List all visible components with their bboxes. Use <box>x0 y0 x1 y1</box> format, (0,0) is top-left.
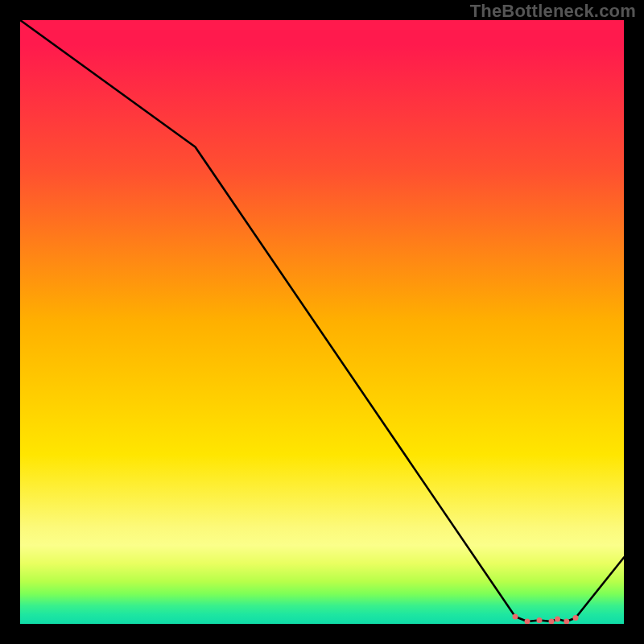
marker-point <box>549 619 555 625</box>
plot-area <box>20 20 624 624</box>
chart-stage: TheBottleneck.com <box>0 0 644 644</box>
marker-point <box>537 617 543 623</box>
watermark-label: TheBottleneck.com <box>470 1 636 22</box>
marker-point <box>555 617 560 622</box>
marker-point <box>564 619 569 625</box>
chart-svg <box>20 20 624 624</box>
marker-point <box>525 619 530 625</box>
marker-point <box>573 615 579 621</box>
series-curve <box>20 20 624 621</box>
marker-point <box>513 614 518 620</box>
